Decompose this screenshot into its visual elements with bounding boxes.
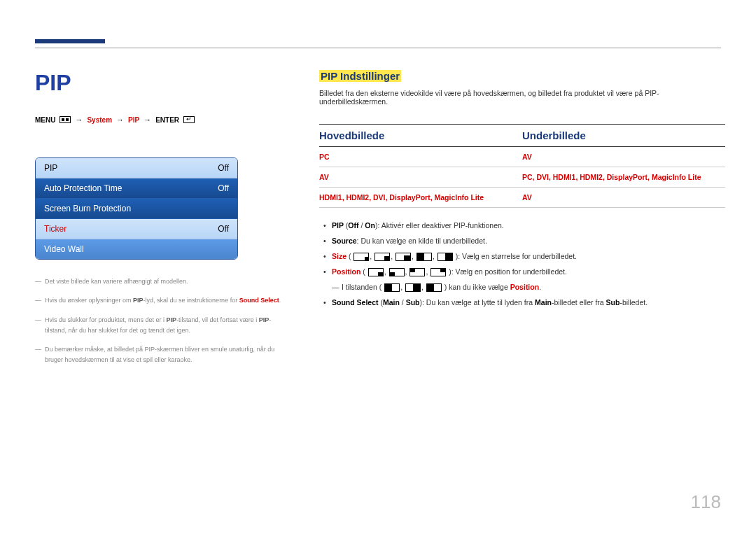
text: ): Du kan vælge at lytte til lyden fra [419, 298, 535, 307]
menu-item-value: Off [218, 183, 229, 193]
footnote: Hvis du ønsker oplysninger om PIP-lyd, s… [35, 295, 284, 306]
menu-item-auto-protection-time[interactable]: Auto Protection Time Off [36, 178, 237, 199]
label-bold: Sub [406, 298, 420, 307]
breadcrumb-pip: PIP [128, 116, 139, 124]
label-bold: PIP [332, 221, 344, 230]
source-table: Hovedbillede Underbillede PC AV AV PC, D… [319, 124, 725, 208]
text: ) kan du ikke vælge [444, 283, 510, 291]
table-cell: AV [522, 153, 725, 161]
list-item-position: Position ( , , , ): Vælg en position for… [319, 265, 725, 279]
size-icon-split-left [416, 253, 432, 261]
table-header: Hovedbillede Underbillede [319, 125, 725, 147]
text-bold: PIP [167, 316, 177, 323]
intro-text: Billedet fra den eksterne videokilde vil… [319, 89, 725, 106]
position-icon-tr [430, 268, 446, 276]
position-icon-br [368, 268, 384, 276]
text: Hvis du ønsker oplysninger om [45, 297, 133, 304]
size-icon-split-left [426, 283, 442, 292]
menu-item-video-wall[interactable]: Video Wall [36, 239, 237, 259]
menu-item-value: Off [218, 224, 229, 234]
arrow-icon: → [144, 115, 151, 124]
position-icon-bl [389, 268, 405, 276]
menu-item-label: Auto Protection Time [44, 183, 122, 193]
table-header-hovedbillede: Hovedbillede [319, 125, 522, 146]
position-icon-tl [410, 268, 425, 276]
label-bold: On [365, 221, 375, 230]
text-red: Sound Select [239, 297, 279, 304]
breadcrumb: MENU → System → PIP → ENTER [35, 115, 284, 124]
menu-item-label: PIP [44, 163, 57, 173]
label-bold: Sub [606, 298, 620, 307]
page-number: 118 [691, 491, 721, 513]
size-icon-medium [374, 253, 390, 261]
enter-button-icon [183, 116, 195, 123]
label-bold: Main [535, 298, 552, 307]
text: ( [360, 267, 365, 276]
text: ): Aktivér eller deaktiver PIP-funktione… [375, 221, 504, 230]
list-item-size: Size ( , , , , ): Vælg en størrelse for … [319, 250, 725, 264]
table-row: HDMI1, HDMI2, DVI, DisplayPort, MagicInf… [319, 188, 725, 208]
label-red: Position [332, 267, 360, 276]
page: PIP MENU → System → PIP → ENTER PIP Off … [0, 0, 756, 534]
label-bold: Source [332, 237, 357, 245]
label-bold: Off [348, 221, 358, 230]
table-cell: AV [522, 193, 725, 202]
arrow-icon: → [116, 115, 124, 124]
size-icon-split-right [405, 283, 421, 292]
label-red: Position [510, 283, 539, 291]
arrow-icon: → [75, 115, 83, 124]
right-column: PIP Indstillinger Billedet fra den ekste… [319, 70, 725, 311]
label-bold: Sound Select [332, 298, 379, 307]
text: I tilstanden ( [342, 283, 382, 291]
footnote: Hvis du slukker for produktet, mens det … [35, 315, 284, 337]
text-bold: PIP [133, 297, 144, 304]
list-item-source: Source: Du kan vælge en kilde til underb… [319, 234, 725, 248]
highlighted-heading: PIP Indstillinger [319, 70, 401, 82]
page-title: PIP [35, 70, 284, 96]
size-icon-large [396, 253, 411, 261]
label-red: Size [332, 252, 346, 260]
size-icon-split-right [438, 253, 453, 261]
text: / [400, 298, 406, 307]
size-icon-split-left [384, 283, 400, 292]
text: ( [346, 252, 351, 260]
menu-item-label: Screen Burn Protection [44, 204, 131, 213]
breadcrumb-enter-label: ENTER [155, 116, 179, 124]
text: . [539, 283, 541, 291]
text: Hvis du slukker for produktet, mens det … [45, 316, 167, 323]
list-item-sound-select: Sound Select (Main / Sub): Du kan vælge … [319, 296, 725, 310]
table-cell: AV [319, 173, 522, 181]
footnotes: Det viste billede kan variere afhængigt … [35, 276, 284, 366]
label-bold: Main [383, 298, 400, 307]
osd-menu-list: PIP Off Auto Protection Time Off Screen … [35, 157, 238, 260]
top-accent-bar [35, 39, 105, 43]
list-item-pip: PIP (Off / On): Aktivér eller deaktiver … [319, 219, 725, 233]
menu-item-value: Off [218, 163, 229, 173]
table-cell: PC, DVI, HDMI1, HDMI2, DisplayPort, Magi… [522, 173, 725, 181]
breadcrumb-system: System [87, 116, 112, 124]
text: ): Vælg en størrelse for underbilledet. [456, 252, 577, 260]
footnote: Det viste billede kan variere afhængigt … [35, 276, 284, 287]
menu-item-label: Video Wall [44, 244, 84, 254]
table-cell: HDMI1, HDMI2, DVI, DisplayPort, MagicInf… [319, 193, 522, 202]
menu-item-screen-burn-protection[interactable]: Screen Burn Protection [36, 199, 237, 219]
section-heading: PIP Indstillinger [319, 70, 725, 82]
table-header-underbillede: Underbillede [522, 125, 725, 146]
text-bold: PIP [259, 316, 270, 323]
menu-item-pip[interactable]: PIP Off [36, 158, 237, 178]
text: -billedet. [620, 298, 648, 307]
text: . [279, 297, 281, 304]
menu-item-ticker[interactable]: Ticker Off [36, 219, 237, 239]
top-rule [35, 48, 721, 48]
settings-list: PIP (Off / On): Aktivér eller deaktiver … [319, 219, 725, 310]
text: : Du kan vælge en kilde til underbillede… [357, 237, 487, 245]
left-column: PIP MENU → System → PIP → ENTER PIP Off … [35, 70, 284, 374]
list-item-position-note: I tilstanden ( , , ) kan du ikke vælge P… [319, 281, 725, 295]
table-row: PC AV [319, 147, 725, 167]
menu-button-icon [59, 116, 71, 123]
text: -lyd, skal du se instruktionerne for [144, 297, 239, 304]
text: ): Vælg en position for underbilledet. [449, 267, 567, 276]
text: -billedet eller fra [552, 298, 606, 307]
table-row: AV PC, DVI, HDMI1, HDMI2, DisplayPort, M… [319, 167, 725, 188]
footnote: Du bemærker måske, at billedet på PIP-sk… [35, 344, 284, 366]
